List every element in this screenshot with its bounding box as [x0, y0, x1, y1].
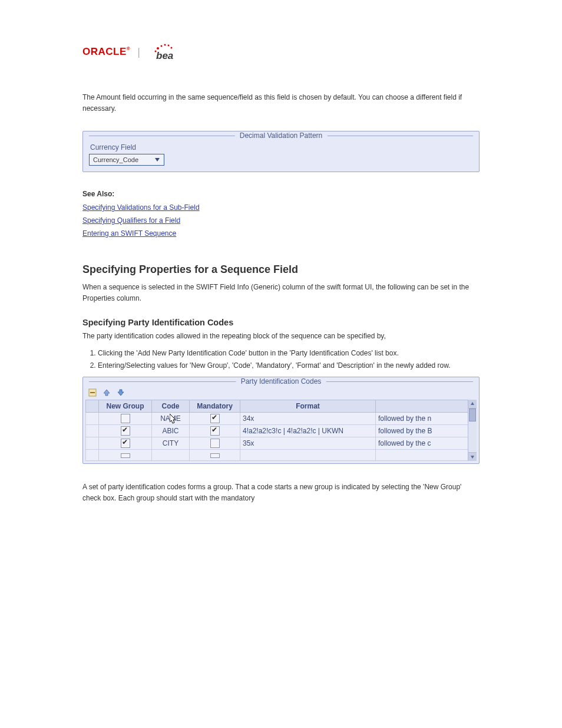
chevron-down-icon: [470, 454, 475, 459]
scroll-track[interactable]: [468, 409, 477, 452]
table-row[interactable]: ABIC 4!a2!a2!c3!c | 4!a2!a2!c | UKWN fol…: [86, 424, 477, 437]
svg-point-4: [170, 47, 172, 49]
pic-table-wrap: New Group Code Mandatory Format NAME: [85, 400, 477, 461]
oracle-logo: ORACLE: [82, 46, 130, 58]
party-identification-codes-panel: Party Identification Codes: [82, 377, 480, 464]
see-also-label: See Also:: [82, 190, 480, 198]
format-cell[interactable]: 35x: [243, 439, 254, 447]
svg-marker-13: [471, 402, 474, 405]
scroll-thumb[interactable]: [469, 409, 476, 421]
move-up-button[interactable]: [102, 388, 111, 397]
format-cell[interactable]: 4!a2!a2!c3!c | 4!a2!a2!c | UKWN: [243, 427, 343, 435]
arrow-down-icon: [117, 388, 125, 397]
party-step-2: Entering/Selecting values for 'New Group…: [98, 360, 480, 371]
currency-field-label: Currency Field: [90, 143, 473, 151]
col-format-header: Format: [240, 400, 376, 412]
code-cell[interactable]: ABIC: [162, 427, 178, 435]
properties-intro: When a sequence is selected in the SWIFT…: [82, 282, 480, 304]
svg-rect-9: [90, 392, 95, 393]
desc-cell[interactable]: followed by the B: [378, 427, 432, 435]
decimal-validation-pattern-panel: Decimal Validation Pattern Currency Fiel…: [82, 131, 480, 172]
svg-text:bea: bea: [156, 50, 173, 61]
intro-paragraph: The Amount field occurring in the same s…: [82, 92, 480, 114]
svg-point-3: [167, 45, 169, 47]
party-steps-list: Clicking the 'Add New Party Identificati…: [98, 348, 480, 371]
code-cell[interactable]: CITY: [163, 439, 178, 447]
new-group-checkbox[interactable]: [121, 439, 130, 448]
logo-separator: |: [137, 46, 140, 58]
col-new-group-header: New Group: [99, 400, 152, 412]
footer-paragraph: A set of party identification codes form…: [82, 482, 480, 504]
brand-logo-row: ORACLE | bea: [82, 41, 480, 62]
chevron-up-icon: [470, 401, 475, 406]
desc-cell[interactable]: followed by the c: [378, 439, 431, 447]
scroll-up-button[interactable]: [468, 400, 477, 409]
cursor-pointer-icon: [170, 414, 178, 424]
currency-field-select[interactable]: Currency_Code: [89, 154, 164, 166]
svg-point-1: [160, 45, 162, 47]
mandatory-checkbox[interactable]: [210, 453, 220, 458]
svg-marker-14: [471, 456, 474, 459]
remove-row-button[interactable]: [88, 388, 97, 397]
svg-marker-10: [104, 390, 110, 396]
svg-point-0: [157, 47, 159, 50]
arrow-up-icon: [103, 388, 111, 397]
new-group-checkbox[interactable]: [121, 453, 130, 458]
party-step-1: Clicking the 'Add New Party Identificati…: [98, 348, 480, 358]
desc-cell[interactable]: followed by the n: [378, 414, 431, 423]
col-code-header: Code: [152, 400, 190, 412]
table-header-row: New Group Code Mandatory Format: [86, 400, 477, 412]
svg-marker-11: [118, 390, 124, 396]
party-id-codes-table: New Group Code Mandatory Format NAME: [85, 400, 477, 461]
table-row[interactable]: NAME 34x followed by the n: [86, 412, 477, 424]
pic-legend: Party Identification Codes: [236, 377, 326, 386]
dvp-legend: Decimal Validation Pattern: [235, 131, 328, 140]
chevron-down-icon: [154, 157, 160, 163]
link-swift-sequence[interactable]: Entering an SWIFT Sequence: [82, 228, 480, 241]
col-mandatory-header: Mandatory: [190, 400, 240, 412]
bea-logo: bea: [147, 41, 181, 62]
mandatory-checkbox[interactable]: [210, 414, 220, 423]
mandatory-checkbox[interactable]: [210, 426, 220, 436]
move-down-button[interactable]: [116, 388, 125, 397]
new-group-checkbox[interactable]: [121, 426, 130, 436]
table-row[interactable]: CITY 35x followed by the c: [86, 437, 477, 449]
table-row[interactable]: [86, 449, 477, 460]
new-group-checkbox[interactable]: [121, 414, 130, 423]
vertical-scrollbar[interactable]: [468, 400, 477, 461]
currency-field-value: Currency_Code: [93, 156, 138, 163]
pic-toolbar: [85, 387, 477, 400]
link-validations-subfield[interactable]: Specifying Validations for a Sub-Field: [82, 202, 480, 215]
col-desc-header: [376, 400, 477, 412]
col-select-header: [86, 400, 99, 412]
mandatory-checkbox[interactable]: [210, 439, 220, 448]
minus-icon: [88, 388, 97, 397]
svg-point-2: [164, 44, 166, 46]
format-cell[interactable]: 34x: [243, 414, 254, 423]
svg-marker-12: [170, 414, 176, 423]
svg-marker-7: [155, 158, 160, 162]
party-id-heading: Specifying Party Identification Codes: [82, 318, 480, 327]
scroll-down-button[interactable]: [468, 452, 477, 461]
party-intro: The party identification codes allowed i…: [82, 331, 480, 342]
section-heading: Specifying Properties for a Sequence Fie…: [82, 263, 480, 276]
link-qualifiers-field[interactable]: Specifying Qualifiers for a Field: [82, 215, 480, 228]
